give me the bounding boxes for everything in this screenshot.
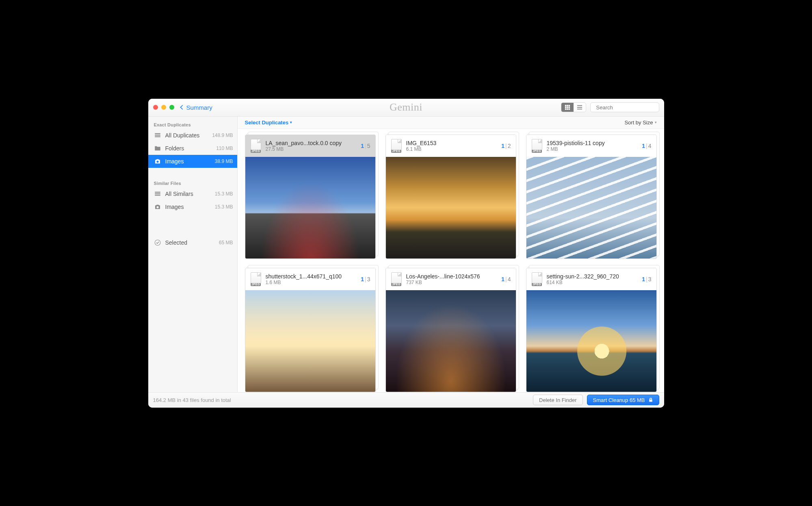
- card-thumbnail: [386, 157, 516, 258]
- chevron-down-icon: ▾: [290, 120, 292, 124]
- stack-icon: [154, 190, 161, 198]
- svg-point-1: [156, 161, 158, 163]
- card-size: 737 KB: [406, 280, 498, 285]
- card-title: Los-Angeles-...line-1024x576: [406, 273, 498, 280]
- delete-in-finder-button[interactable]: Delete In Finder: [533, 395, 583, 405]
- card-size: 1.6 MB: [266, 280, 357, 285]
- chevron-down-icon: ▾: [655, 120, 657, 124]
- duplicate-card[interactable]: JPEG LA_sean_pavo...tock.0.0 copy 27.5 M…: [245, 135, 376, 259]
- card-count: 1|5: [361, 143, 370, 149]
- sidebar-item-size: 148.9 MB: [212, 132, 233, 138]
- card-size: 27.5 MB: [266, 146, 357, 152]
- delete-label: Delete In Finder: [539, 397, 577, 403]
- list-icon: [577, 104, 582, 110]
- sidebar-heading-exact: Exact Duplicates: [148, 121, 237, 129]
- lock-icon: [648, 397, 653, 402]
- card-thumbnail: [245, 157, 375, 258]
- folder-icon: [154, 145, 161, 152]
- sidebar-item-label: Selected: [165, 239, 215, 246]
- sort-label: Sort by Size: [624, 119, 653, 126]
- view-toggle: [561, 102, 586, 112]
- select-duplicates-menu[interactable]: Select Duplicates ▾: [245, 119, 292, 126]
- card-header: JPEG setting-sun-2...322_960_720 614 KB …: [526, 268, 656, 290]
- status-text: 164.2 MB in 43 files found in total: [153, 397, 231, 403]
- chevron-left-icon: [179, 104, 185, 110]
- check-circle-icon: [154, 239, 161, 246]
- app-window: Summary Gemini Exact Duplicates: [148, 99, 664, 408]
- card-header: JPEG LA_sean_pavo...tock.0.0 copy 27.5 M…: [245, 135, 375, 157]
- duplicate-card[interactable]: JPEG IMG_E6153 6.1 MB 1|2: [385, 135, 516, 259]
- file-icon: JPEG: [391, 139, 402, 153]
- file-icon: JPEG: [531, 272, 543, 286]
- titlebar: Summary Gemini: [148, 99, 664, 117]
- card-title: 19539-pistiolis-11 copy: [547, 140, 638, 146]
- file-icon: JPEG: [250, 139, 262, 153]
- grid-icon: [565, 104, 570, 110]
- sidebar-item-images[interactable]: Images 38.9 MB: [148, 155, 237, 168]
- content-topbar: Select Duplicates ▾ Sort by Size ▾: [238, 117, 664, 129]
- duplicate-card[interactable]: JPEG setting-sun-2...322_960_720 614 KB …: [526, 268, 657, 392]
- search-input[interactable]: [596, 104, 664, 111]
- card-thumbnail: [386, 290, 516, 392]
- sidebar-item-label: All Duplicates: [165, 132, 208, 139]
- sidebar-item-label: Images: [165, 158, 211, 165]
- duplicate-card[interactable]: JPEG Los-Angeles-...line-1024x576 737 KB…: [385, 268, 516, 392]
- cleanup-label: Smart Cleanup 65 MB: [593, 397, 645, 403]
- file-icon: JPEG: [391, 272, 402, 286]
- svg-point-2: [156, 206, 158, 208]
- card-header: JPEG shutterstock_1...44x671_q100 1.6 MB…: [245, 268, 375, 290]
- sidebar-item-label: Images: [165, 204, 211, 210]
- grid-view-button[interactable]: [561, 103, 574, 112]
- sidebar-item-size: 15.3 MB: [215, 204, 233, 210]
- back-button[interactable]: Summary: [179, 104, 212, 111]
- sidebar-item-folders[interactable]: Folders 110 MB: [148, 142, 237, 155]
- card-count: 1|3: [642, 276, 651, 282]
- results-grid: JPEG LA_sean_pavo...tock.0.0 copy 27.5 M…: [238, 129, 664, 392]
- content-area: Select Duplicates ▾ Sort by Size ▾ JPEG …: [238, 117, 664, 392]
- maximize-icon[interactable]: [169, 105, 174, 110]
- card-thumbnail: [526, 290, 656, 392]
- traffic-lights: [153, 105, 174, 110]
- card-title: setting-sun-2...322_960_720: [547, 273, 638, 280]
- duplicate-card[interactable]: JPEG shutterstock_1...44x671_q100 1.6 MB…: [245, 268, 376, 392]
- sidebar-item-label: Folders: [165, 145, 212, 152]
- list-view-button[interactable]: [574, 103, 586, 112]
- sidebar-item-size: 38.9 MB: [215, 159, 233, 164]
- svg-point-3: [155, 240, 160, 245]
- card-count: 1|3: [361, 276, 370, 282]
- close-icon[interactable]: [153, 105, 158, 110]
- sidebar-item-size: 15.3 MB: [215, 191, 233, 197]
- back-label: Summary: [186, 104, 212, 111]
- sidebar-item-selected[interactable]: Selected 65 MB: [148, 236, 237, 249]
- card-count: 1|4: [501, 276, 511, 282]
- card-header: JPEG 19539-pistiolis-11 copy 2 MB 1|4: [526, 135, 656, 157]
- card-size: 614 KB: [547, 280, 638, 285]
- sidebar-heading-similar: Similar Files: [148, 179, 237, 187]
- sidebar-item-all-duplicates[interactable]: All Duplicates 148.9 MB: [148, 129, 237, 142]
- camera-icon: [154, 203, 161, 211]
- footer: 164.2 MB in 43 files found in total Dele…: [148, 392, 664, 408]
- sidebar-item-similar-images[interactable]: Images 15.3 MB: [148, 200, 237, 213]
- sidebar-item-all-similars[interactable]: All Similars 15.3 MB: [148, 187, 237, 200]
- sidebar-item-label: All Similars: [165, 191, 211, 197]
- sort-menu[interactable]: Sort by Size ▾: [624, 119, 656, 126]
- card-count: 1|4: [642, 143, 651, 149]
- card-title: shutterstock_1...44x671_q100: [266, 273, 357, 280]
- card-title: LA_sean_pavo...tock.0.0 copy: [266, 140, 357, 146]
- camera-icon: [154, 158, 161, 165]
- card-thumbnail: [245, 290, 375, 392]
- file-icon: JPEG: [531, 139, 543, 153]
- sidebar: Exact Duplicates All Duplicates 148.9 MB…: [148, 117, 238, 392]
- file-icon: JPEG: [250, 272, 262, 286]
- minimize-icon[interactable]: [161, 105, 166, 110]
- search-field[interactable]: [590, 102, 659, 112]
- sidebar-item-size: 65 MB: [219, 240, 233, 245]
- card-header: JPEG IMG_E6153 6.1 MB 1|2: [386, 135, 516, 157]
- duplicate-card[interactable]: JPEG 19539-pistiolis-11 copy 2 MB 1|4: [526, 135, 657, 259]
- card-thumbnail: [526, 157, 656, 258]
- select-duplicates-label: Select Duplicates: [245, 119, 289, 126]
- card-header: JPEG Los-Angeles-...line-1024x576 737 KB…: [386, 268, 516, 290]
- card-size: 2 MB: [547, 146, 638, 152]
- smart-cleanup-button[interactable]: Smart Cleanup 65 MB: [587, 395, 659, 405]
- stack-icon: [154, 132, 161, 139]
